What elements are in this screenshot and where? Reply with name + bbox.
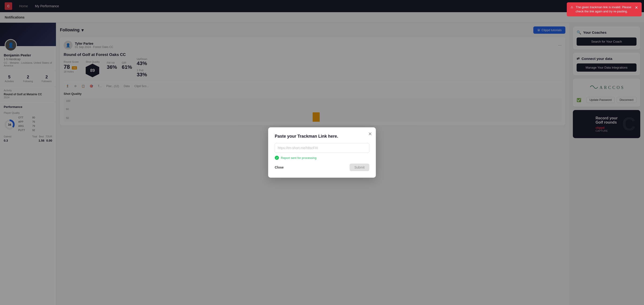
trackman-link-input[interactable] xyxy=(275,143,369,153)
modal-footer: Close Submit xyxy=(275,164,369,171)
modal-title: Paste your Trackman Link here. xyxy=(275,134,369,139)
modal-close-button[interactable]: Close xyxy=(275,166,284,169)
success-icon: ✓ xyxy=(275,156,279,160)
error-toast: ⚠ The given trackman link is invalid. Pl… xyxy=(567,2,642,16)
modal-submit-button[interactable]: Submit xyxy=(350,164,369,171)
toast-close-button[interactable]: ✕ xyxy=(635,5,638,10)
warning-icon: ⚠ xyxy=(570,5,573,9)
modal-success-message: ✓ Report sent for processing xyxy=(275,156,369,160)
success-text: Report sent for processing xyxy=(281,156,316,160)
trackman-modal: Paste your Trackman Link here. ✕ ✓ Repor… xyxy=(268,127,376,178)
modal-overlay[interactable]: Paste your Trackman Link here. ✕ ✓ Repor… xyxy=(0,0,644,305)
toast-message: The given trackman link is invalid. Plea… xyxy=(576,5,632,14)
modal-close-x-button[interactable]: ✕ xyxy=(368,131,372,137)
